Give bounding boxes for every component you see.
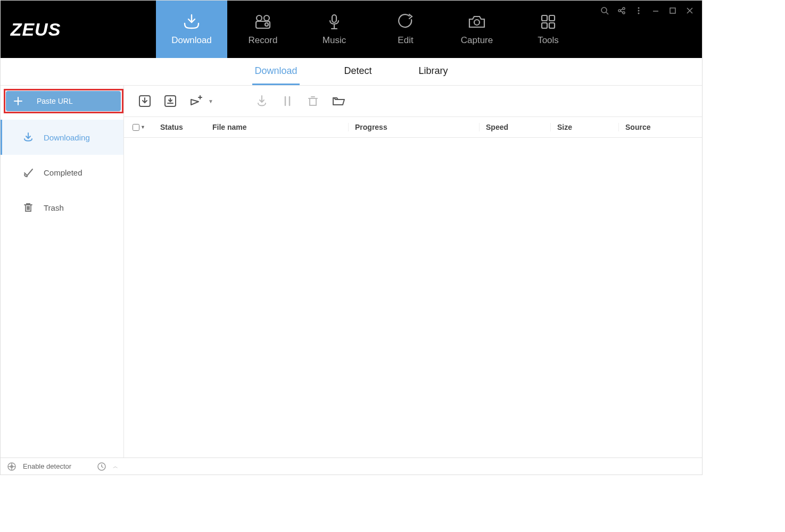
batch-download-button[interactable] xyxy=(137,93,153,109)
app-window: ZEUS Download xyxy=(0,0,703,475)
sidebar-item-completed[interactable]: Completed xyxy=(1,155,123,190)
resume-button[interactable] xyxy=(254,93,270,109)
svg-rect-8 xyxy=(542,23,547,28)
capture-icon xyxy=(467,13,486,31)
search-icon[interactable] xyxy=(600,6,609,15)
music-icon xyxy=(325,13,344,31)
column-progress[interactable]: Progress xyxy=(349,123,480,131)
minimize-button[interactable] xyxy=(651,6,660,15)
maximize-button[interactable] xyxy=(668,6,677,15)
toolbar: ▼ xyxy=(124,86,702,117)
column-status[interactable]: Status xyxy=(154,123,206,131)
open-folder-button[interactable] xyxy=(330,93,346,109)
schedule-expand-caret[interactable]: ︿ xyxy=(113,463,118,470)
svg-point-14 xyxy=(638,7,640,9)
checkbox-dropdown-caret[interactable]: ▼ xyxy=(141,124,145,130)
tools-icon xyxy=(539,13,558,31)
svg-rect-9 xyxy=(549,23,555,28)
nav-download-label: Download xyxy=(171,35,212,46)
enable-detector-label[interactable]: Enable detector xyxy=(23,462,71,470)
svg-point-21 xyxy=(11,466,13,468)
record-icon xyxy=(253,13,272,31)
nav-tools-label: Tools xyxy=(538,35,559,46)
nav-download[interactable]: Download xyxy=(156,1,227,58)
sidebar: Paste URL Downloading Completed xyxy=(1,86,124,458)
subtab-download[interactable]: Download xyxy=(252,58,299,85)
paste-url-label: Paste URL xyxy=(37,97,73,105)
plus-icon xyxy=(13,96,23,106)
nav-music-label: Music xyxy=(323,35,346,46)
share-icon[interactable] xyxy=(617,6,626,15)
sidebar-completed-label: Completed xyxy=(44,168,82,177)
subtabs: Download Detect Library xyxy=(1,58,702,86)
more-icon[interactable] xyxy=(634,6,643,15)
table-header: ▼ Status File name Progress Speed Size S… xyxy=(124,117,702,138)
nav-music[interactable]: Music xyxy=(299,1,370,58)
column-checkbox[interactable]: ▼ xyxy=(124,124,154,131)
subtab-library[interactable]: Library xyxy=(417,58,450,85)
nav-record[interactable]: Record xyxy=(227,1,299,58)
nav-capture-label: Capture xyxy=(461,35,493,46)
svg-point-1 xyxy=(264,15,269,21)
subtab-detect[interactable]: Detect xyxy=(342,58,374,85)
column-file-name[interactable]: File name xyxy=(206,123,349,131)
svg-rect-7 xyxy=(549,15,555,21)
svg-rect-6 xyxy=(542,15,547,21)
svg-point-16 xyxy=(638,13,640,14)
svg-point-13 xyxy=(623,12,625,14)
app-name: ZEUS xyxy=(11,19,61,40)
sidebar-item-trash[interactable]: Trash xyxy=(1,190,123,225)
nav-capture[interactable]: Capture xyxy=(441,1,513,58)
nav-edit-label: Edit xyxy=(398,35,413,46)
delete-button[interactable] xyxy=(305,93,321,109)
table-body-empty xyxy=(124,138,702,458)
paste-url-container: Paste URL xyxy=(1,86,123,117)
sidebar-item-downloading[interactable]: Downloading xyxy=(1,120,123,155)
sidebar-list: Downloading Completed Trash xyxy=(1,117,123,225)
svg-point-11 xyxy=(618,10,621,12)
main: ▼ ▼ Status xyxy=(124,86,702,458)
convert-dropdown-caret[interactable]: ▼ xyxy=(208,98,213,104)
nav-record-label: Record xyxy=(249,35,278,46)
app-logo: ZEUS xyxy=(1,1,71,58)
svg-point-15 xyxy=(638,10,640,12)
column-speed[interactable]: Speed xyxy=(480,123,551,131)
schedule-icon[interactable] xyxy=(97,462,106,471)
detector-icon[interactable] xyxy=(7,462,16,471)
header-spacer xyxy=(71,1,156,58)
column-source[interactable]: Source xyxy=(619,123,702,131)
svg-point-5 xyxy=(474,20,480,25)
status-bar: Enable detector ︿ xyxy=(1,458,702,475)
nav-edit[interactable]: Edit xyxy=(370,1,441,58)
svg-rect-4 xyxy=(332,15,336,22)
svg-point-10 xyxy=(601,7,607,13)
svg-point-0 xyxy=(257,15,262,21)
downloading-icon xyxy=(22,131,34,143)
nav-tools[interactable]: Tools xyxy=(513,1,584,58)
select-all-checkbox[interactable] xyxy=(133,124,139,131)
pause-button[interactable] xyxy=(279,93,295,109)
close-button[interactable] xyxy=(685,6,695,15)
sidebar-trash-label: Trash xyxy=(44,203,64,212)
download-icon xyxy=(182,13,201,31)
completed-icon xyxy=(22,167,34,178)
sidebar-downloading-label: Downloading xyxy=(44,133,90,142)
svg-point-3 xyxy=(265,23,268,26)
column-size[interactable]: Size xyxy=(551,123,619,131)
header-flex-spacer xyxy=(584,1,600,58)
edit-icon xyxy=(396,13,415,31)
paste-url-button[interactable]: Paste URL xyxy=(6,91,121,111)
convert-button[interactable] xyxy=(188,93,204,109)
main-nav: Download Record xyxy=(156,1,584,58)
window-controls xyxy=(600,1,702,58)
header: ZEUS Download xyxy=(1,1,702,58)
svg-point-12 xyxy=(623,7,625,10)
body: Paste URL Downloading Completed xyxy=(1,86,702,458)
trash-icon xyxy=(22,202,34,213)
add-download-button[interactable] xyxy=(162,93,178,109)
svg-rect-17 xyxy=(670,8,675,13)
